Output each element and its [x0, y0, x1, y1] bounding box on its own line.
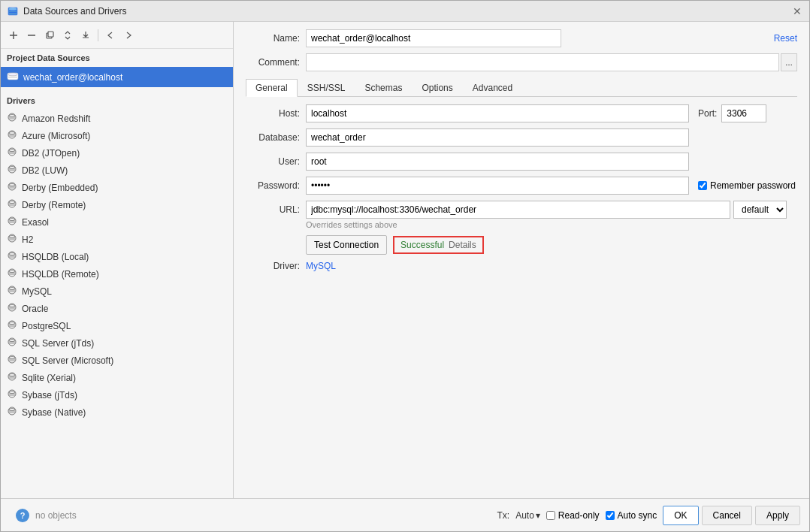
driver-item-name: DB2 (JTOpen) [22, 148, 80, 159]
svg-point-58 [9, 322, 15, 325]
add-button[interactable] [5, 27, 22, 44]
driver-list-item[interactable]: DB2 (LUW) [1, 162, 233, 179]
svg-point-8 [8, 73, 17, 76]
driver-item-name: HSQLDB (Local) [22, 252, 89, 262]
auto-sync-label: Auto sync [618, 510, 657, 521]
driver-item-name: Exasol [22, 217, 49, 228]
driver-item-name: SQL Server (jTds) [22, 338, 94, 349]
tab-schemas[interactable]: Schemas [355, 79, 412, 96]
driver-list-item[interactable]: HSQLDB (Remote) [1, 265, 233, 283]
comment-label: Comment: [246, 57, 306, 68]
host-input[interactable] [306, 104, 689, 122]
driver-icon [7, 233, 17, 246]
svg-point-66 [9, 357, 15, 359]
svg-point-42 [9, 253, 15, 255]
driver-icon [7, 216, 17, 228]
driver-list-item[interactable]: H2 [1, 231, 233, 248]
driver-label: Driver: [246, 261, 306, 271]
user-input[interactable] [306, 153, 689, 171]
tx-label: Tx: [497, 510, 510, 521]
driver-list-item[interactable]: Oracle [1, 300, 233, 317]
host-row: Host: Port: [246, 104, 797, 122]
svg-point-74 [9, 391, 15, 394]
driver-icon [7, 354, 17, 367]
svg-point-22 [9, 167, 15, 169]
database-input[interactable] [306, 128, 689, 147]
driver-list-item[interactable]: Sybase (Native) [1, 404, 233, 421]
driver-icon [7, 147, 17, 159]
tab-advanced[interactable]: Advanced [463, 79, 522, 96]
driver-list-item[interactable]: SQL Server (jTds) [1, 334, 233, 352]
svg-point-46 [9, 271, 15, 273]
form-section: Host: Port: Database: User: Pass [246, 104, 797, 277]
driver-list-item[interactable]: MySQL [1, 283, 233, 300]
apply-button[interactable]: Apply [755, 506, 800, 525]
help-button[interactable]: ? [16, 509, 29, 522]
driver-item-name: PostgreSQL [22, 321, 71, 331]
test-connection-button[interactable]: Test Connection [306, 235, 387, 255]
left-panel: Project Data Sources wechat_order@localh… [1, 22, 234, 498]
password-input[interactable] [306, 177, 689, 195]
driver-list-item[interactable]: PostgreSQL [1, 317, 233, 334]
remove-button[interactable] [23, 27, 40, 44]
driver-list-item[interactable]: Sybase (jTds) [1, 386, 233, 404]
svg-point-50 [9, 288, 15, 290]
test-result-box: Successful Details [393, 236, 484, 254]
tab-general[interactable]: General [246, 79, 298, 97]
move-button[interactable] [59, 27, 76, 44]
password-label: Password: [246, 180, 306, 191]
import-button[interactable] [77, 27, 94, 44]
tab-options[interactable]: Options [412, 79, 462, 96]
title-bar: Data Sources and Drivers ✕ [1, 1, 809, 22]
back-button[interactable] [102, 27, 119, 44]
driver-item-name: Derby (Remote) [22, 200, 86, 210]
left-toolbar [1, 22, 233, 49]
driver-icon [7, 129, 17, 142]
svg-point-1 [9, 8, 17, 11]
cancel-button[interactable]: Cancel [702, 506, 752, 525]
driver-list-item[interactable]: Sqlite (Xerial) [1, 369, 233, 386]
driver-icon [7, 181, 17, 194]
driver-item-name: Oracle [22, 304, 48, 314]
connection-status: Successful [400, 240, 444, 250]
url-scheme-dropdown[interactable]: default [733, 201, 787, 219]
remember-password-row: Remember password [698, 180, 796, 191]
driver-list-item[interactable]: SQL Server (Microsoft) [1, 352, 233, 369]
comment-input[interactable] [306, 53, 779, 71]
close-button[interactable]: ✕ [791, 5, 803, 17]
driver-list-item[interactable]: DB2 (JTOpen) [1, 144, 233, 162]
url-input[interactable] [306, 201, 730, 219]
port-input[interactable] [721, 104, 766, 122]
driver-icon [7, 285, 17, 298]
tx-dropdown[interactable]: Auto ▾ [515, 510, 540, 521]
ok-button[interactable]: OK [663, 506, 698, 525]
name-input[interactable] [306, 29, 561, 47]
driver-item-name: HSQLDB (Remote) [22, 269, 99, 280]
driver-list-item[interactable]: Amazon Redshift [1, 110, 233, 127]
driver-item-name: H2 [22, 234, 33, 245]
driver-list-item[interactable]: Derby (Embedded) [1, 179, 233, 196]
driver-list-item[interactable]: HSQLDB (Local) [1, 248, 233, 265]
datasource-item[interactable]: wechat_order@localhost [1, 67, 233, 87]
window-title: Data Sources and Drivers [23, 6, 791, 17]
comment-expand-button[interactable]: … [781, 53, 797, 71]
tab-sshssl[interactable]: SSH/SSL [298, 79, 355, 96]
driver-item-name: DB2 (LUW) [22, 165, 68, 176]
reset-link[interactable]: Reset [774, 33, 797, 44]
svg-rect-6 [48, 32, 53, 37]
driver-link[interactable]: MySQL [306, 261, 336, 271]
driver-list-item[interactable]: Exasol [1, 213, 233, 231]
details-link[interactable]: Details [449, 240, 476, 250]
user-row: User: [246, 153, 797, 171]
driver-icon [7, 268, 17, 280]
duplicate-button[interactable] [41, 27, 58, 44]
auto-sync-checkbox[interactable] [606, 511, 615, 520]
database-label: Database: [246, 132, 306, 143]
driver-list-item[interactable]: Derby (Remote) [1, 196, 233, 213]
forward-button[interactable] [120, 27, 137, 44]
read-only-checkbox[interactable] [546, 511, 555, 520]
remember-password-checkbox[interactable] [698, 181, 707, 190]
overrides-text: Overrides settings above [306, 220, 797, 229]
driver-list-item[interactable]: Azure (Microsoft) [1, 127, 233, 144]
driver-item-name: Derby (Embedded) [22, 183, 98, 193]
